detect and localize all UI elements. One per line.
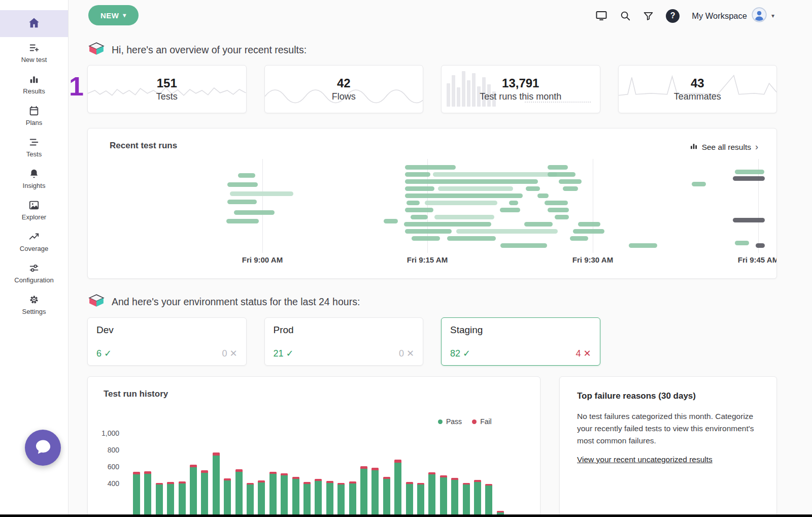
test-run-bar[interactable] (537, 193, 549, 198)
stat-card-test-runs[interactable]: 13,791 Test runs this month (441, 65, 600, 113)
test-run-bar[interactable] (227, 200, 257, 204)
test-run-bar[interactable] (548, 172, 576, 177)
test-run-bar[interactable] (733, 218, 765, 222)
test-run-bar[interactable] (573, 229, 604, 234)
history-bar[interactable] (213, 453, 220, 517)
uncategorized-results-link[interactable]: View your recent uncategorized results (577, 455, 713, 464)
test-run-bar[interactable] (733, 176, 765, 181)
test-run-bar[interactable] (404, 222, 491, 227)
filter-icon[interactable] (643, 11, 654, 21)
test-run-bar[interactable] (629, 243, 657, 248)
history-bar[interactable] (315, 479, 322, 517)
history-bar[interactable] (485, 484, 492, 517)
test-run-bar[interactable] (405, 172, 430, 177)
test-run-bar[interactable] (526, 186, 540, 191)
test-run-bar[interactable] (500, 208, 520, 212)
stat-card-tests[interactable]: 151 Tests (87, 65, 247, 113)
sidebar-item-home[interactable] (0, 10, 68, 37)
test-run-bar[interactable] (500, 243, 547, 248)
test-run-bar[interactable] (405, 229, 452, 234)
test-run-bar[interactable] (578, 222, 600, 227)
history-bar[interactable] (383, 477, 390, 517)
sidebar-item-new-test[interactable]: New test (0, 37, 68, 69)
history-bar[interactable] (463, 483, 470, 517)
test-run-bar[interactable] (434, 215, 494, 219)
test-run-bar[interactable] (433, 172, 557, 177)
history-bar[interactable] (360, 466, 367, 517)
history-bar[interactable] (417, 483, 424, 517)
test-run-bar[interactable] (226, 219, 259, 223)
history-bar[interactable] (349, 481, 356, 517)
sidebar-item-plans[interactable]: Plans (0, 100, 68, 132)
test-run-bar[interactable] (405, 165, 456, 170)
history-bar[interactable] (428, 472, 435, 517)
env-card-staging[interactable]: Staging 82 ✓ 4 ✕ (441, 317, 600, 366)
history-bar[interactable] (326, 481, 333, 517)
stat-card-flows[interactable]: 42 Flows (264, 65, 424, 113)
env-card-dev[interactable]: Dev 6 ✓ 0 ✕ (87, 317, 247, 366)
sidebar-item-results[interactable]: Results (0, 69, 68, 100)
test-run-bar[interactable] (545, 201, 568, 205)
test-run-bar[interactable] (548, 165, 568, 170)
history-bar[interactable] (406, 482, 413, 517)
test-run-bar[interactable] (563, 186, 578, 191)
history-bar[interactable] (247, 483, 254, 517)
help-icon[interactable]: ? (666, 9, 680, 23)
test-run-bar[interactable] (570, 236, 588, 241)
test-run-bar[interactable] (692, 182, 706, 186)
test-run-bar[interactable] (509, 201, 518, 205)
test-run-bar[interactable] (559, 179, 582, 184)
test-run-bar[interactable] (756, 243, 765, 248)
chat-launcher[interactable] (25, 430, 61, 466)
test-run-bar[interactable] (412, 236, 440, 241)
sidebar-item-coverage[interactable]: Coverage (0, 226, 68, 257)
env-card-prod[interactable]: Prod 21 ✓ 0 ✕ (264, 317, 424, 366)
history-bar[interactable] (179, 481, 186, 517)
history-bar[interactable] (156, 483, 163, 517)
history-bar[interactable] (292, 477, 299, 517)
test-run-bar[interactable] (227, 182, 258, 187)
sidebar-item-insights[interactable]: Insights (0, 163, 68, 195)
test-run-bar[interactable] (447, 236, 496, 241)
sidebar-item-explorer[interactable]: Explorer (0, 195, 68, 226)
test-run-bar[interactable] (524, 222, 553, 227)
display-icon[interactable] (595, 10, 607, 22)
sidebar-item-settings[interactable]: Settings (0, 289, 68, 320)
test-run-bar[interactable] (456, 229, 558, 234)
history-bar[interactable] (190, 465, 197, 517)
history-bar[interactable] (133, 472, 140, 517)
sidebar-item-tests[interactable]: Tests (0, 132, 68, 163)
sidebar-item-configuration[interactable]: Configuration (0, 257, 68, 289)
history-bar[interactable] (474, 480, 481, 517)
history-bar[interactable] (167, 482, 174, 517)
history-bar[interactable] (440, 475, 447, 517)
history-bar[interactable] (258, 480, 265, 517)
stat-card-teammates[interactable]: 43 Teammates (618, 65, 777, 113)
history-bar[interactable] (394, 460, 401, 517)
test-run-bar[interactable] (234, 210, 275, 215)
history-bar[interactable] (224, 478, 231, 517)
test-run-bar[interactable] (548, 208, 569, 212)
history-bar[interactable] (281, 473, 288, 517)
history-bar[interactable] (451, 478, 458, 517)
history-bar[interactable] (303, 482, 311, 517)
test-run-bar[interactable] (555, 215, 569, 219)
test-run-bar[interactable] (230, 191, 293, 196)
workspace-menu[interactable]: My Workspace ▾ (692, 7, 774, 24)
test-run-bar[interactable] (411, 215, 428, 219)
test-run-bar[interactable] (438, 186, 513, 191)
test-run-bar[interactable] (425, 201, 497, 205)
test-run-bar[interactable] (407, 201, 420, 205)
test-run-bar[interactable] (735, 241, 749, 245)
test-run-bar[interactable] (405, 208, 433, 212)
new-button[interactable]: NEW ▾ (88, 5, 139, 25)
search-icon[interactable] (620, 10, 631, 21)
test-run-bar[interactable] (384, 219, 398, 223)
history-bar[interactable] (235, 469, 243, 517)
history-bar[interactable] (269, 472, 277, 517)
test-run-bar[interactable] (238, 173, 255, 178)
test-run-bar[interactable] (405, 186, 434, 191)
test-run-bar[interactable] (735, 170, 764, 174)
test-run-bar[interactable] (405, 193, 523, 198)
history-bar[interactable] (337, 483, 345, 517)
